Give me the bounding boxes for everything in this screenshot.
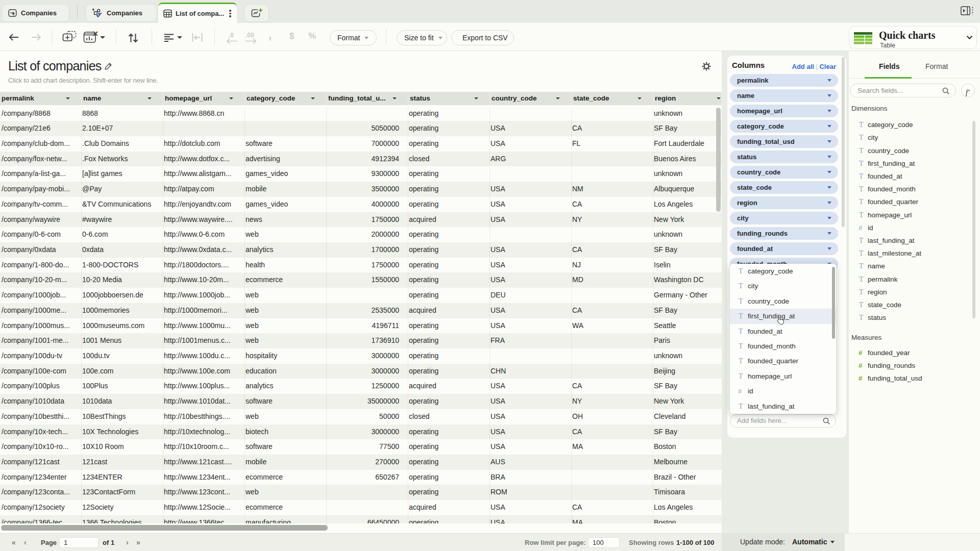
svg-text:.0: .0 xyxy=(229,32,234,39)
svg-text:.00: .00 xyxy=(246,32,254,39)
